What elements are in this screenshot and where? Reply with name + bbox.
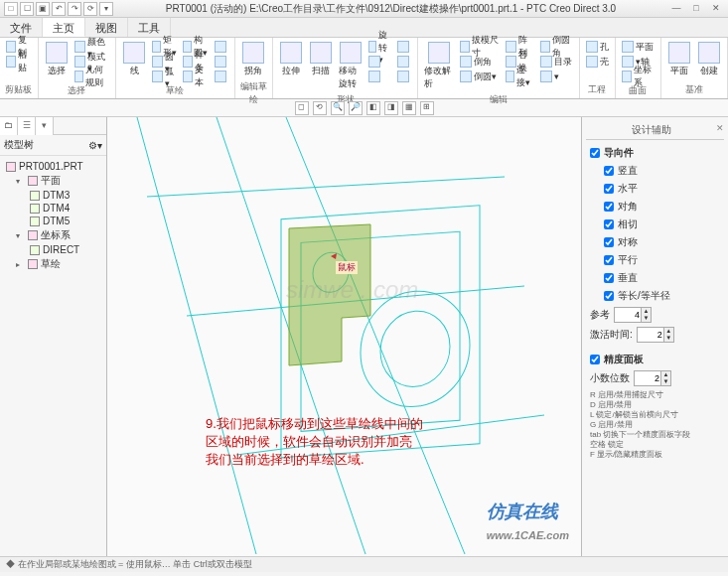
ribbon-button[interactable]: 拐角 (239, 40, 267, 79)
view-tool-button[interactable]: 🔎 (349, 101, 363, 115)
ribbon-button-small[interactable]: 连接▾ (504, 70, 536, 83)
ribbon-icon (668, 42, 690, 64)
ribbon-button-small[interactable] (395, 70, 413, 83)
expand-icon[interactable]: ▸ (16, 260, 25, 269)
ribbon-button-small[interactable]: 倒圆角 (538, 40, 575, 54)
view-tool-button[interactable]: ◧ (366, 101, 380, 115)
ribbon-group-label: 曲面 (620, 83, 656, 97)
qat-new-icon[interactable]: □ (4, 2, 18, 16)
ribbon-button-small[interactable]: 目录 (538, 55, 575, 69)
tab-home[interactable]: 主页 (43, 18, 85, 37)
ribbon-button-small[interactable] (366, 70, 393, 83)
qat-save-icon[interactable]: ▣ (36, 2, 50, 16)
view-tool-button[interactable]: ⟲ (313, 101, 327, 115)
tab-view[interactable]: 视图 (85, 18, 128, 37)
ribbon-button[interactable]: 创建 (695, 40, 723, 79)
ribbon-button-small[interactable]: 旋转▾ (366, 40, 393, 54)
guide-checkbox[interactable]: 等长/等半径 (586, 287, 724, 305)
ref-spinner[interactable]: ▲▼ (614, 307, 652, 323)
tree-leaf[interactable]: DIRECT (2, 243, 104, 256)
ribbon-icon (215, 71, 226, 82)
sidebar-tab-layers[interactable]: ☰ (18, 117, 36, 135)
ribbon-button[interactable]: 修改解析 (422, 40, 455, 92)
qat-redo-icon[interactable]: ↷ (68, 2, 81, 16)
view-tool-button[interactable]: ◻ (295, 101, 309, 115)
ribbon-button-small[interactable] (213, 70, 230, 83)
tree-node[interactable]: ▾平面 (2, 173, 104, 189)
ribbon-button[interactable]: 扫描 (307, 40, 335, 79)
sketch-geometry (107, 117, 581, 556)
sidebar-tab-tree[interactable]: 🗀 (0, 117, 18, 135)
ribbon-button-small[interactable]: ▾ (538, 70, 575, 83)
tree-leaf[interactable]: DTM4 (2, 202, 104, 215)
ribbon-button-small[interactable]: 倒角 (458, 55, 502, 69)
ribbon-button-small[interactable] (395, 40, 413, 54)
ribbon-button-small[interactable]: 孔 (584, 40, 611, 54)
tree-root[interactable]: PRT0001.PRT (2, 160, 104, 173)
ribbon-button[interactable]: 平面 (665, 40, 693, 79)
view-tool-button[interactable]: ▦ (402, 101, 416, 115)
folder-icon (28, 230, 38, 240)
canvas-viewport[interactable]: 鼠标 simwe . com 9.我们把鼠标移动到这些草绘线中间的区域的时候，软… (107, 117, 581, 556)
qat-close-icon[interactable]: ▾ (99, 2, 113, 16)
ribbon-button-small[interactable]: 倒圆▾ (458, 70, 502, 83)
ribbon-button-small[interactable]: 平面 (620, 40, 656, 54)
ribbon-icon (368, 41, 376, 53)
guide-checkbox[interactable]: 垂直 (586, 269, 724, 287)
expand-icon[interactable]: ▾ (16, 177, 25, 186)
tree-leaf[interactable]: DTM3 (2, 189, 104, 202)
decimals-spinner[interactable]: ▲▼ (634, 370, 671, 386)
view-tool-button[interactable]: ◨ (384, 101, 398, 115)
view-tool-button[interactable]: 🔍 (331, 101, 345, 115)
qat-open-icon[interactable]: ☐ (20, 2, 34, 16)
ribbon-icon (183, 41, 191, 53)
panel-close-icon[interactable]: ✕ (716, 123, 724, 133)
ribbon-button-small[interactable]: 几何规则 (73, 70, 111, 83)
delay-spinner[interactable]: ▲▼ (637, 327, 674, 343)
ribbon-button-small[interactable] (395, 55, 413, 69)
ribbon-icon (152, 56, 163, 68)
ribbon-button-small[interactable]: 文本 (181, 70, 210, 83)
guide-checkbox[interactable]: 水平 (586, 180, 724, 198)
ribbon-button[interactable]: 拉伸 (277, 40, 305, 79)
ribbon-button-small[interactable]: 拔模尺寸 (458, 40, 502, 54)
view-tool-button[interactable]: ⊞ (420, 101, 434, 115)
ribbon-icon (397, 41, 409, 53)
guide-checkbox[interactable]: 平行 (586, 251, 724, 269)
ribbon-button-small[interactable] (213, 40, 230, 54)
tree-settings-icon[interactable]: ⚙▾ (88, 140, 102, 151)
ribbon-button[interactable]: 移动旋转 (337, 40, 364, 92)
ribbon-icon (397, 71, 409, 82)
datum-icon (30, 191, 40, 201)
ribbon-icon (460, 71, 472, 82)
ribbon-button-small[interactable] (366, 55, 393, 69)
sidebar-tab-more[interactable]: ▾ (36, 117, 54, 135)
ribbon-group-label: 工程 (584, 82, 611, 96)
ribbon-button-small[interactable]: 坐标系 (620, 70, 656, 83)
ribbon-button[interactable]: 选择 (43, 40, 71, 79)
guide-checkbox[interactable]: 相切 (586, 216, 724, 233)
ribbon-button-small[interactable]: 壳 (584, 55, 611, 69)
ribbon-group-label: 编辑 (422, 92, 575, 106)
guide-checkbox[interactable]: 竖直 (586, 162, 724, 180)
ribbon-button-small[interactable]: 粘贴 (4, 55, 34, 69)
minimize-button[interactable]: — (668, 3, 684, 15)
ribbon-icon (460, 41, 470, 53)
guide-checkbox[interactable]: 对角 (586, 198, 724, 216)
qat-regen-icon[interactable]: ⟳ (83, 2, 97, 16)
tree-node[interactable]: ▸草绘 (2, 256, 104, 272)
ribbon-button-small[interactable]: 弧▾ (150, 70, 179, 83)
tree-leaf[interactable]: DTM5 (2, 215, 104, 227)
ribbon-button-small[interactable] (213, 55, 230, 69)
qat-undo-icon[interactable]: ↶ (52, 2, 66, 16)
guide-checkbox[interactable]: 对称 (586, 233, 724, 251)
close-button[interactable]: ✕ (708, 3, 724, 15)
ribbon-icon (586, 41, 598, 53)
precision-checkbox[interactable]: 精度面板 (586, 351, 724, 368)
ribbon-button[interactable]: 线 (120, 40, 148, 79)
maximize-button[interactable]: □ (688, 3, 704, 15)
ribbon-icon (242, 42, 264, 64)
guides-checkbox[interactable]: 导向件 (586, 144, 724, 162)
tree-node[interactable]: ▾坐标系 (2, 227, 104, 243)
expand-icon[interactable]: ▾ (16, 231, 25, 240)
